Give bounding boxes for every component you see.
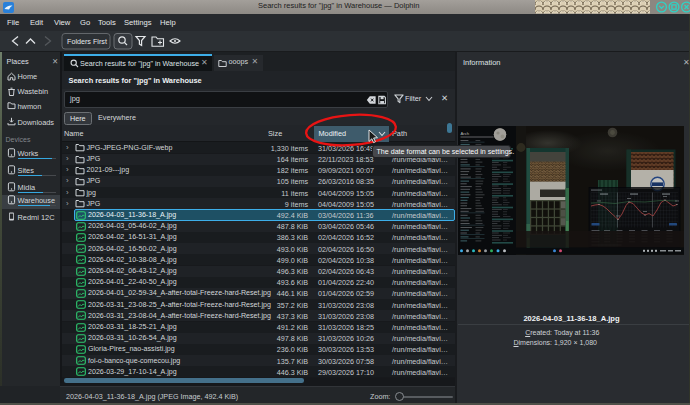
svg-text:Folders First: Folders First <box>67 37 107 46</box>
